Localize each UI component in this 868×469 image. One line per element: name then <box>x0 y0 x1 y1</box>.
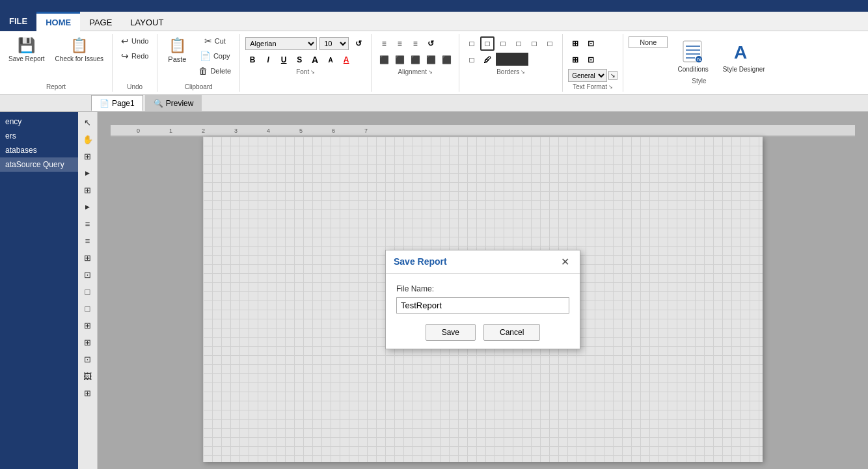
preview-tab[interactable]: 🔍 Preview <box>145 95 202 111</box>
save-button[interactable]: Save <box>426 324 476 341</box>
tool14-button[interactable]: ⊞ <box>80 334 96 350</box>
delete-icon: 🗑 <box>198 66 208 76</box>
redo-button[interactable]: ↪ Redo <box>116 49 153 63</box>
cursor-tool-button[interactable]: ↖ <box>80 114 96 130</box>
tab-home[interactable]: HOME <box>36 12 80 31</box>
bold-button[interactable]: B <box>245 53 260 67</box>
border-color-button[interactable]: 🖊 <box>480 53 495 67</box>
modal-title-bar: Save Report ✕ <box>386 250 580 274</box>
svg-text:4: 4 <box>267 127 270 134</box>
sidebar-item-ers[interactable]: ers <box>0 129 78 143</box>
style-designer-button[interactable]: A Style Designer <box>718 36 770 76</box>
align-top-center-button[interactable]: ≡ <box>392 36 407 51</box>
text-merge-button[interactable]: ⊡ <box>584 36 598 51</box>
highlight-button[interactable]: A <box>339 53 353 67</box>
border-outline-button[interactable]: □ <box>480 36 495 51</box>
tab-file[interactable]: FILE <box>0 12 36 31</box>
tool5-button[interactable]: ⊞ <box>80 182 96 198</box>
ribbon-group-report: 💾 Save Report 📋 Check for Issues Report <box>0 34 113 92</box>
tab-bar: FILE HOME PAGE LAYOUT <box>0 12 868 31</box>
text-format-select[interactable]: General <box>568 69 607 82</box>
align-center-button[interactable]: ⬛ <box>392 53 407 67</box>
sidebar-item-databases[interactable]: atabases <box>0 143 78 157</box>
strikethrough-button[interactable]: S <box>292 53 306 67</box>
none-style-box[interactable]: None <box>629 36 668 48</box>
border-outer-button[interactable]: □ <box>465 36 479 51</box>
tool15-button[interactable]: ⊡ <box>80 351 96 367</box>
borders-expand-icon[interactable]: ↘ <box>521 69 525 75</box>
shrink-font-button[interactable]: A <box>323 53 338 67</box>
modal-close-button[interactable]: ✕ <box>558 256 572 268</box>
tool16-button[interactable]: 🖼 <box>80 368 96 384</box>
copy-button[interactable]: 📄 Copy <box>194 49 236 63</box>
tool9-button[interactable]: ⊞ <box>80 250 96 265</box>
tool17-button[interactable]: ⊞ <box>80 385 96 401</box>
page1-tab[interactable]: 📄 Page1 <box>91 95 143 111</box>
modal-title: Save Report <box>394 256 447 267</box>
preview-tab-icon: 🔍 <box>154 99 163 108</box>
conditions-button[interactable]: fx Conditions <box>673 36 712 76</box>
underline-button[interactable]: U <box>277 53 291 67</box>
tab-page[interactable]: PAGE <box>80 12 121 31</box>
copy-icon: 📄 <box>200 51 211 61</box>
tool7-button[interactable]: ≡ <box>80 216 96 232</box>
text-wrap-button[interactable]: ⊞ <box>568 36 582 51</box>
alignment-expand-icon[interactable]: ↘ <box>428 69 433 75</box>
border-top-button[interactable]: □ <box>511 36 526 51</box>
align-top-right-button[interactable]: ≡ <box>408 36 422 51</box>
rotate-button[interactable]: ↺ <box>424 36 438 51</box>
border-left-button[interactable]: □ <box>527 36 541 51</box>
tool3-button[interactable]: ⊞ <box>80 148 96 164</box>
text-format-expand[interactable]: ↘ <box>608 71 617 80</box>
cut-icon: ✂ <box>204 36 212 46</box>
svg-text:1: 1 <box>169 127 172 134</box>
sidebar-item-datasource[interactable]: ataSource Query <box>0 157 78 172</box>
font-size-select[interactable]: 10 <box>319 37 349 50</box>
ribbon: 💾 Save Report 📋 Check for Issues Report … <box>0 31 868 95</box>
tab-layout[interactable]: LAYOUT <box>121 12 172 31</box>
align-justify-button[interactable]: ⬛ <box>424 53 438 67</box>
align-distributed-button[interactable]: ⬛ <box>439 53 454 67</box>
file-name-label: File Name: <box>396 284 569 293</box>
sidebar-item-ency[interactable]: ency <box>0 114 78 129</box>
page-canvas: Save Report ✕ File Name: Save Cancel <box>203 137 763 462</box>
ribbon-group-textformat: ⊞ ⊡ ⊞ ⊡ General ↘ Text Format ↘ <box>563 34 623 92</box>
hand-tool-button[interactable]: ✋ <box>80 131 96 147</box>
file-name-input[interactable] <box>396 297 569 314</box>
tool11-button[interactable]: □ <box>80 284 96 299</box>
tool12-button[interactable]: □ <box>80 301 96 316</box>
grow-font-button[interactable]: A <box>308 53 322 67</box>
italic-button[interactable]: I <box>261 53 275 67</box>
tool10-button[interactable]: ⊡ <box>80 267 96 282</box>
fill-color-button[interactable]: □ <box>465 53 479 67</box>
undo-button[interactable]: ↩ Undo <box>116 34 153 48</box>
tool8-button[interactable]: ≡ <box>80 233 96 248</box>
tool13-button[interactable]: ⊞ <box>80 317 96 333</box>
text-format-button[interactable]: ⊞ <box>568 53 582 67</box>
align-top-left-button[interactable]: ≡ <box>377 36 391 51</box>
cut-button[interactable]: ✂ Cut <box>194 34 236 48</box>
modal-buttons: Save Cancel <box>396 324 569 341</box>
save-report-button[interactable]: 💾 Save Report <box>4 34 49 66</box>
svg-text:fx: fx <box>698 57 701 62</box>
paste-button[interactable]: 📋 Paste <box>161 34 193 66</box>
rotate-text-button[interactable]: ↺ <box>351 36 366 51</box>
font-expand-icon[interactable]: ↘ <box>310 69 315 75</box>
delete-button[interactable]: 🗑 Delete <box>194 64 236 78</box>
check-issues-button[interactable]: 📋 Check for Issues <box>51 34 108 66</box>
top-bar <box>0 0 868 12</box>
expand2-tool-button[interactable]: ▶ <box>80 199 96 215</box>
svg-text:6: 6 <box>332 127 335 134</box>
border-right-button[interactable]: □ <box>496 36 510 51</box>
textformat-expand-icon[interactable]: ↘ <box>608 84 613 90</box>
ribbon-group-style: None fx Con <box>623 34 775 92</box>
font-family-select[interactable]: Algerian <box>245 37 317 50</box>
text-calc-button[interactable]: ⊡ <box>584 53 598 67</box>
align-left-button[interactable]: ⬛ <box>377 53 391 67</box>
align-right-button[interactable]: ⬛ <box>408 53 422 67</box>
border-none-button[interactable]: □ <box>543 36 557 51</box>
expand-tool-button[interactable]: ▶ <box>80 165 96 181</box>
check-issues-icon: 📋 <box>70 37 88 54</box>
paste-icon: 📋 <box>169 37 186 54</box>
cancel-button[interactable]: Cancel <box>483 324 540 341</box>
